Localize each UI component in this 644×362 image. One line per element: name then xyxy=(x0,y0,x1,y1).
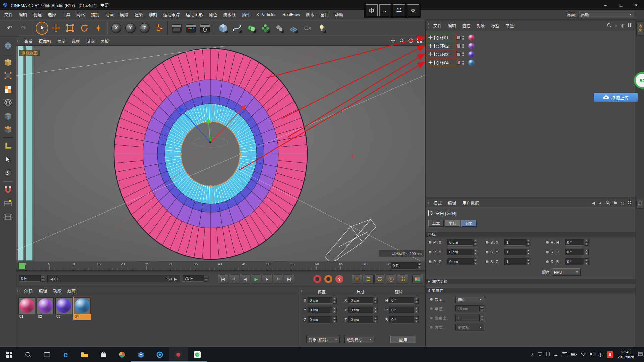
keyframe-dot[interactable] xyxy=(430,316,433,320)
menubar-item[interactable]: 插件 xyxy=(239,10,253,19)
move-tool[interactable] xyxy=(49,20,63,36)
material-menu-item[interactable]: 编辑 xyxy=(36,287,50,295)
keyframe-dot[interactable] xyxy=(546,250,549,254)
object-row[interactable]: 环03 xyxy=(426,50,635,58)
value-stepper[interactable]: ▲▼ xyxy=(333,297,337,304)
keying-settings-button[interactable] xyxy=(412,275,423,283)
edge-mode-button[interactable] xyxy=(1,96,15,109)
close-button[interactable]: ✕ xyxy=(629,0,644,10)
material-menu-item[interactable]: 纹理 xyxy=(64,287,79,295)
help-record-button[interactable]: ? xyxy=(335,275,343,283)
key-rotation-button[interactable] xyxy=(374,275,385,283)
viewport-menu-item[interactable]: 选项 xyxy=(69,37,83,45)
sogou-ime-icon[interactable]: S xyxy=(607,351,613,358)
green-app-icon[interactable] xyxy=(188,347,207,362)
undo-button[interactable]: ↶ xyxy=(3,20,17,36)
menubar-item[interactable]: 运动跟踪 xyxy=(160,10,183,19)
tab-object[interactable]: 对象 xyxy=(461,220,477,227)
key-scale-button[interactable] xyxy=(363,275,374,283)
menubar-item[interactable]: 流水线 xyxy=(220,10,239,19)
axis-y-lock[interactable]: Y xyxy=(123,20,138,36)
next-key-button[interactable]: ↻ xyxy=(273,275,283,283)
task-view-button[interactable] xyxy=(38,347,56,362)
attribute-input[interactable]: 1 xyxy=(504,239,526,246)
next-frame-button[interactable]: ▶ xyxy=(262,275,272,283)
key-pla-button[interactable] xyxy=(397,275,408,283)
keyframe-dot[interactable] xyxy=(430,326,433,329)
action-center-icon[interactable] xyxy=(638,352,643,357)
menubar-item[interactable]: 渲染 xyxy=(131,10,146,19)
key-parameter-button[interactable]: P xyxy=(386,275,396,283)
store-icon[interactable] xyxy=(94,347,113,362)
object-manager-menu-item[interactable]: 标签 xyxy=(488,21,502,30)
object-manager-menu-item[interactable]: 查看 xyxy=(459,21,474,30)
value-stepper[interactable]: ▲▼ xyxy=(526,239,530,246)
coordinate-input[interactable]: 0 cm xyxy=(348,316,373,323)
attribute-input[interactable]: 0 cm xyxy=(447,239,473,246)
keyframe-dot[interactable] xyxy=(485,250,489,254)
material-item[interactable]: 01 xyxy=(18,297,35,319)
coordinate-input[interactable]: 0 cm xyxy=(348,297,373,304)
paint-app-icon[interactable] xyxy=(113,347,131,362)
spline-pen-menu[interactable] xyxy=(230,20,244,36)
edit-toggle-icon[interactable] xyxy=(457,61,461,65)
position-mode-dropdown[interactable]: 对象 (相对)▼ xyxy=(306,336,340,343)
goto-start-button[interactable]: |◀ xyxy=(218,275,228,283)
keyframe-dot[interactable] xyxy=(546,260,549,264)
point-mode-button[interactable] xyxy=(1,69,15,82)
attribute-input[interactable]: 1 xyxy=(504,258,526,265)
panel-grip[interactable] xyxy=(301,288,304,293)
object-manager-menu-item[interactable]: 书签 xyxy=(502,21,517,30)
ring-disc-object[interactable] xyxy=(114,48,307,259)
end-frame-field[interactable]: 75 F xyxy=(183,275,204,282)
object-row[interactable]: 环01 xyxy=(426,34,635,41)
deformers-menu[interactable] xyxy=(272,20,286,36)
cinema4d-app-icon[interactable] xyxy=(169,347,188,362)
visibility-dots[interactable] xyxy=(462,44,464,48)
menubar-item[interactable]: 角色 xyxy=(206,10,220,19)
attribute-menu-item[interactable]: 模式 xyxy=(430,199,445,207)
material-tag[interactable] xyxy=(468,43,474,49)
viewport-scene[interactable] xyxy=(16,46,425,261)
maximize-button[interactable]: □ xyxy=(613,0,629,10)
value-stepper[interactable]: ▲▼ xyxy=(333,316,337,323)
toggle-views-icon[interactable] xyxy=(417,38,422,44)
value-stepper[interactable]: ▲▼ xyxy=(480,305,484,312)
edit-toggle-icon[interactable] xyxy=(457,36,461,40)
apply-button[interactable]: 应用 xyxy=(390,336,416,343)
value-stepper[interactable]: ▲▼ xyxy=(374,297,378,304)
prev-frame-button[interactable]: ◀ xyxy=(240,275,250,283)
coordinates-section-header[interactable]: 坐标 xyxy=(426,231,635,237)
viewport-menu-item[interactable]: 摄像机 xyxy=(36,37,54,45)
start-frame-stepper[interactable]: ▲▼ xyxy=(41,275,45,282)
menubar-item[interactable]: 动画 xyxy=(102,10,117,19)
polygon-mode-button[interactable] xyxy=(1,109,15,123)
radius-input[interactable]: 10 cm xyxy=(455,305,480,312)
axis-x-lock[interactable]: X xyxy=(109,20,123,36)
wifi-icon[interactable] xyxy=(581,352,586,357)
camera-menu[interactable] xyxy=(301,20,315,36)
tab-basic[interactable]: 基本 xyxy=(428,220,444,227)
value-stepper[interactable]: ▲▼ xyxy=(526,249,530,255)
material-menu-item[interactable]: 功能 xyxy=(50,287,64,295)
volume-icon[interactable] xyxy=(590,352,594,357)
soft-selection-button[interactable] xyxy=(1,166,15,180)
frame-stepper[interactable]: ▲▼ xyxy=(417,262,421,269)
texture-mode-button[interactable] xyxy=(1,82,15,96)
aspect-input[interactable]: 1 xyxy=(455,315,480,321)
workplane-button[interactable] xyxy=(1,139,15,153)
freeze-section-header[interactable]: ▶ 冻结变换 xyxy=(426,278,635,284)
lock-icon[interactable] xyxy=(613,200,618,206)
axis-modify-button[interactable] xyxy=(1,153,15,166)
render-picture-viewer-button[interactable] xyxy=(184,20,198,36)
rotate-view-icon[interactable] xyxy=(408,38,413,44)
drag-upload-button[interactable]: 拖拽上传 xyxy=(594,93,638,102)
last-used-tool[interactable] xyxy=(91,20,105,36)
attribute-input[interactable]: 0 ° xyxy=(565,239,584,246)
make-editable-button[interactable] xyxy=(1,39,15,52)
menubar-item[interactable]: 雕刻 xyxy=(146,10,160,19)
coordinate-input[interactable]: 0 ° xyxy=(389,297,414,304)
redo-button[interactable]: ↷ xyxy=(17,20,31,36)
value-stepper[interactable]: ▲▼ xyxy=(415,297,419,304)
light-menu[interactable] xyxy=(315,20,329,36)
